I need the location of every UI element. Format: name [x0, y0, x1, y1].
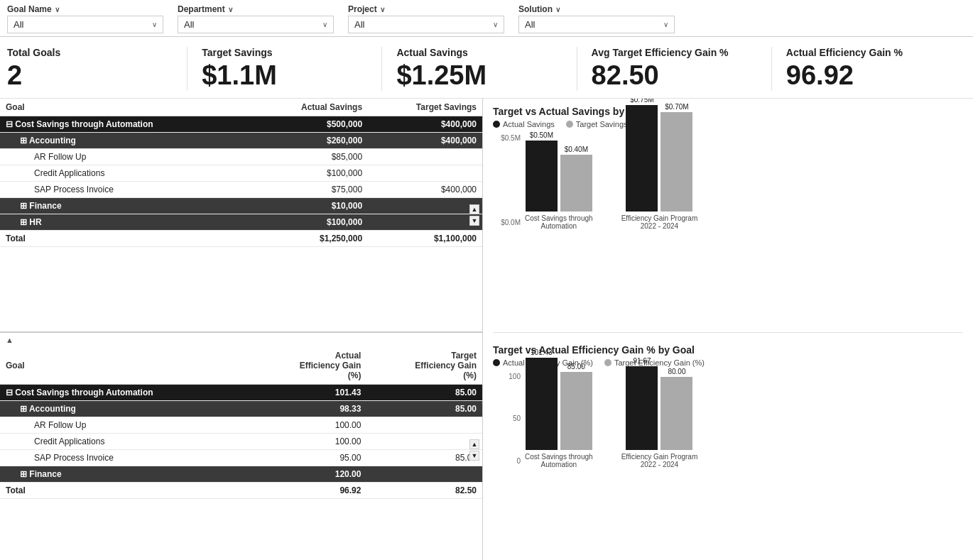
scroll-down-btn-2[interactable]: ▼	[469, 451, 479, 461]
table-row: SAP Process Invoice$75,000$400,000	[0, 181, 482, 197]
chevron-down-icon: ∨	[663, 21, 668, 28]
cell-actual: $1,250,000	[253, 230, 368, 246]
scroll-indicator-1[interactable]: ▲ ▼	[469, 204, 479, 226]
bar-group: 101.4385.00Cost Savings throughAutomatio…	[525, 348, 593, 468]
y-label: $0.5M	[501, 134, 521, 142]
target-bar-wrapper: $0.70M	[661, 103, 692, 212]
actual-bar-wrapper: $0.50M	[526, 131, 558, 212]
cell-target: 85.00	[366, 385, 482, 401]
target-bar	[560, 155, 592, 212]
bar-value-label: $0.70M	[665, 103, 688, 111]
bar-group: $0.75M$0.70MEfficiency Gain Program2022 …	[621, 99, 698, 230]
kpi-value-actual-savings: $1.25M	[396, 61, 562, 91]
cell-target: 85.00	[366, 401, 482, 417]
cell-goal: ⊞ Finance	[0, 466, 251, 483]
table-row: Credit Applications100.00	[0, 434, 482, 450]
legend-dot-gray	[604, 359, 611, 366]
filter-select-department[interactable]: All ∨	[178, 16, 334, 33]
filter-select-goal-name[interactable]: All ∨	[7, 16, 163, 33]
actual-bar-wrapper: 101.43	[526, 348, 558, 450]
actual-bar	[626, 105, 658, 212]
scroll-up-btn-2[interactable]: ▲	[469, 439, 479, 449]
y-label: 50	[513, 414, 521, 422]
chart2-area: 100 50 0 101.4385.00Cost Savings through…	[493, 373, 963, 483]
th-col_goal: Goal	[0, 347, 251, 385]
scroll-down-btn[interactable]: ▼	[469, 216, 479, 226]
cell-goal: SAP Process Invoice	[0, 450, 251, 466]
kpi-total-goals: Total Goals 2	[7, 47, 187, 91]
chevron-down-icon: ∨	[493, 21, 498, 28]
chevron-icon: ∨	[555, 6, 560, 13]
target-bar-wrapper: 80.00	[661, 368, 692, 450]
chevron-down-icon: ∨	[152, 21, 157, 28]
bar-group-label: Efficiency Gain Program2022 - 2024	[621, 453, 698, 468]
target-bar	[661, 377, 692, 450]
kpi-title-total-goals: Total Goals	[7, 47, 173, 58]
table-row: Total96.9282.50	[0, 483, 482, 499]
filter-group-department: Department ∨ All ∨	[178, 4, 334, 33]
kpi-value-actual-efficiency: 96.92	[786, 61, 952, 91]
cell-target	[368, 214, 482, 230]
filter-label-goal-name: Goal Name ∨	[7, 4, 163, 14]
kpi-value-total-goals: 2	[7, 61, 173, 91]
cell-actual: 100.00	[251, 417, 367, 434]
bar-value-label: $0.50M	[530, 131, 553, 139]
chevron-icon: ∨	[380, 6, 385, 13]
cell-target	[368, 197, 482, 214]
cell-actual: $10,000	[253, 197, 368, 214]
actual-bar	[526, 141, 558, 212]
th-col_actual: ActualEfficiency Gain(%)	[251, 347, 367, 385]
table-row: ⊞ Accounting$260,000$400,000	[0, 132, 482, 148]
cell-target	[368, 165, 482, 181]
bar-value-label: $0.75M	[630, 99, 653, 104]
bar-value-label: 101.43	[531, 348, 553, 356]
cell-target	[366, 466, 482, 483]
chart2-block: Target vs Actual Efficiency Gain % by Go…	[493, 344, 963, 559]
cell-goal: ⊞ Accounting	[0, 132, 253, 148]
cell-goal: AR Follow Up	[0, 148, 253, 165]
filter-select-project[interactable]: All ∨	[348, 16, 504, 33]
kpi-title-actual-savings: Actual Savings	[396, 47, 562, 58]
bar-value-label: 85.00	[567, 363, 585, 370]
filter-label-project: Project ∨	[348, 4, 504, 14]
chevron-icon: ∨	[228, 6, 233, 13]
cell-target: 85.00	[366, 450, 482, 466]
table-row: ⊞ Accounting98.3385.00	[0, 401, 482, 417]
scroll-indicator-2[interactable]: ▲ ▼	[469, 439, 479, 461]
filter-group-project: Project ∨ All ∨	[348, 4, 504, 33]
cell-target: $400,000	[368, 116, 482, 132]
cell-actual: 96.92	[251, 483, 367, 499]
cell-target: $400,000	[368, 132, 482, 148]
th-col_target: Target Savings	[368, 99, 482, 116]
kpi-value-avg-target-efficiency: 82.50	[592, 61, 757, 91]
cell-goal: Total	[0, 230, 253, 246]
savings-table: GoalActual SavingsTarget Savings⊟ Cost S…	[0, 99, 482, 247]
table-row: ⊟ Cost Savings through Automation101.438…	[0, 385, 482, 401]
cell-goal: Credit Applications	[0, 165, 253, 181]
cell-goal: ⊞ Accounting	[0, 401, 251, 417]
cell-actual: 95.00	[251, 450, 367, 466]
table-row: Credit Applications$100,000	[0, 165, 482, 181]
scroll-up-btn[interactable]: ▲	[469, 204, 479, 214]
filter-bar: Goal Name ∨ All ∨ Department ∨ All ∨ Pro…	[0, 0, 973, 37]
kpi-row: Total Goals 2 Target Savings $1.1M Actua…	[0, 37, 973, 99]
cell-actual: 120.00	[251, 466, 367, 483]
legend-label: Target Savings	[576, 120, 628, 128]
cell-goal: ⊟ Cost Savings through Automation	[0, 116, 253, 132]
cell-actual: 100.00	[251, 434, 367, 450]
bar-value-label: 91.67	[633, 357, 651, 365]
th-col_goal: Goal	[0, 99, 253, 116]
filter-select-solution[interactable]: All ∨	[518, 16, 675, 33]
th-col_actual: Actual Savings	[253, 99, 368, 116]
kpi-title-target-savings: Target Savings	[202, 47, 367, 58]
filter-group-goal-name: Goal Name ∨ All ∨	[7, 4, 163, 33]
table-row: Total$1,250,000$1,100,000	[0, 230, 482, 246]
kpi-title-avg-target-efficiency: Avg Target Efficiency Gain %	[592, 47, 757, 58]
chart1-title: Target vs Actual Savings by Goal	[493, 106, 963, 117]
table-row: ⊞ Finance120.00	[0, 466, 482, 483]
target-bar	[661, 112, 692, 212]
cell-target	[366, 417, 482, 434]
chart1-legend: Actual SavingsTarget Savings	[493, 120, 963, 128]
cell-target: 82.50	[366, 483, 482, 499]
y-label: $0.0M	[501, 219, 521, 226]
